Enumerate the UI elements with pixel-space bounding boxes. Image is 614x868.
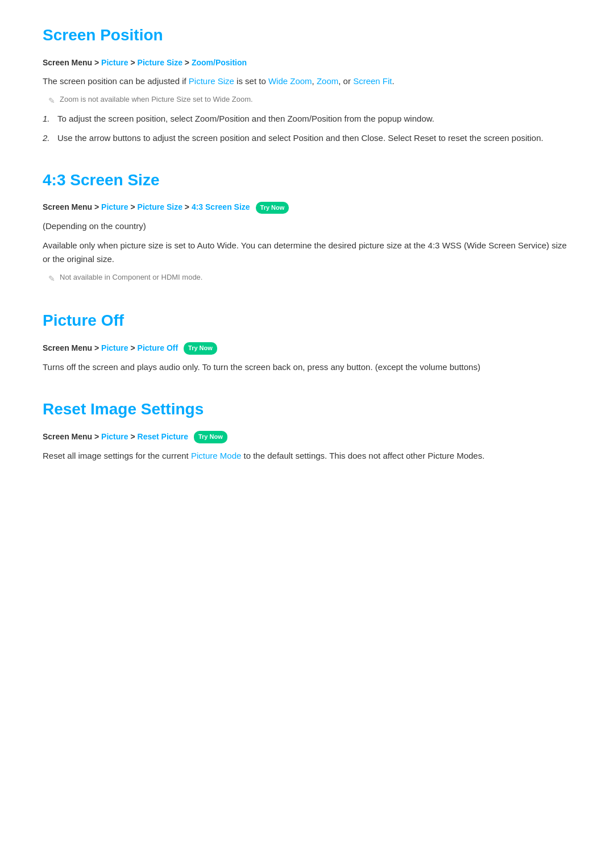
note-text: Not available in Component or HDMI mode. (60, 272, 202, 284)
breadcrumb-link-picture[interactable]: Picture (101, 58, 128, 67)
picture-off-description: Turns off the screen and plays audio onl… (43, 360, 571, 374)
breadcrumb-sep2: > (130, 343, 137, 352)
step-1-text: To adjust the screen position, select Zo… (57, 112, 434, 126)
breadcrumb-link-zoom-position[interactable]: Zoom/Position (192, 58, 247, 67)
breadcrumb-link-picture[interactable]: Picture (101, 202, 128, 211)
breadcrumb-link-picture[interactable]: Picture (101, 343, 128, 352)
desc-link-screen-fit[interactable]: Screen Fit (353, 76, 392, 86)
note-text: Zoom is not available when Picture Size … (60, 94, 253, 106)
step2-link1[interactable]: Position (293, 133, 323, 143)
step-2: 2. Use the arrow buttons to adjust the s… (43, 131, 571, 145)
43-screen-size-breadcrumb: Screen Menu > Picture > Picture Size > 4… (43, 201, 571, 214)
step2-link3[interactable]: Reset (414, 133, 436, 143)
step2-link2[interactable]: Close (362, 133, 383, 143)
screen-position-steps: 1. To adjust the screen position, select… (43, 112, 571, 145)
breadcrumb-link-reset-picture[interactable]: Reset Picture (138, 432, 188, 441)
picture-off-section: Picture Off Screen Menu > Picture > Pict… (43, 308, 571, 374)
breadcrumb-link-picture-size[interactable]: Picture Size (138, 58, 182, 67)
breadcrumb-prefix: Screen Menu (43, 343, 92, 352)
breadcrumb-sep3: > (185, 202, 192, 211)
breadcrumb-link-picture[interactable]: Picture (101, 432, 128, 441)
breadcrumb-sep2: > (130, 202, 137, 211)
screen-position-section: Screen Position Screen Menu > Picture > … (43, 23, 571, 145)
breadcrumb-sep1: > (94, 58, 101, 67)
breadcrumb-prefix: Screen Menu (43, 58, 92, 67)
breadcrumb-link-43-screen-size[interactable]: 4:3 Screen Size (192, 202, 250, 211)
step1-link1[interactable]: Zoom/Position (195, 114, 250, 123)
breadcrumb-prefix: Screen Menu (43, 432, 92, 441)
desc-link-zoom[interactable]: Zoom (317, 76, 338, 86)
breadcrumb-sep1: > (94, 202, 101, 211)
try-now-badge-43[interactable]: Try Now (256, 202, 289, 214)
desc-text4: , or (338, 76, 353, 86)
screen-position-note: ✎ Zoom is not available when Picture Siz… (48, 94, 571, 107)
43-screen-size-section: 4:3 Screen Size Screen Menu > Picture > … (43, 168, 571, 285)
breadcrumb-sep3: > (185, 58, 192, 67)
breadcrumb-link-picture-off[interactable]: Picture Off (138, 343, 179, 352)
reset-image-settings-title: Reset Image Settings (43, 397, 571, 422)
step-1: 1. To adjust the screen position, select… (43, 112, 571, 126)
breadcrumb-prefix: Screen Menu (43, 202, 92, 211)
reset-image-settings-section: Reset Image Settings Screen Menu > Pictu… (43, 397, 571, 463)
breadcrumb-sep2: > (130, 58, 137, 67)
try-now-badge-picture-off[interactable]: Try Now (184, 342, 217, 355)
step-2-text: Use the arrow buttons to adjust the scre… (57, 131, 544, 145)
desc-link-picture-mode[interactable]: Picture Mode (191, 451, 241, 460)
desc-text2: is set to (234, 76, 268, 86)
screen-position-title: Screen Position (43, 23, 571, 48)
picture-off-title: Picture Off (43, 308, 571, 334)
step1-link2[interactable]: Zoom/Position (287, 114, 342, 123)
screen-position-breadcrumb: Screen Menu > Picture > Picture Size > Z… (43, 56, 571, 69)
screen-position-description: The screen position can be adjusted if P… (43, 74, 571, 88)
step-1-num: 1. (43, 112, 52, 126)
43-screen-size-desc2: Available only when picture size is set … (43, 239, 571, 266)
picture-off-breadcrumb: Screen Menu > Picture > Picture Off Try … (43, 342, 571, 355)
try-now-badge-reset[interactable]: Try Now (194, 431, 227, 443)
step-2-num: 2. (43, 131, 52, 145)
43-screen-size-note: ✎ Not available in Component or HDMI mod… (48, 272, 571, 285)
desc-text1: The screen position can be adjusted if (43, 76, 189, 86)
desc-text5: . (392, 76, 394, 86)
pencil-icon: ✎ (48, 94, 55, 107)
desc-link-wide-zoom[interactable]: Wide Zoom (268, 76, 312, 86)
breadcrumb-sep1: > (94, 432, 101, 441)
breadcrumb-sep1: > (94, 343, 101, 352)
desc-text3: , (312, 76, 317, 86)
reset-image-settings-description: Reset all image settings for the current… (43, 449, 571, 463)
pencil-icon: ✎ (48, 272, 55, 285)
desc-link-picture-size[interactable]: Picture Size (189, 76, 234, 86)
breadcrumb-sep2: > (130, 432, 137, 441)
reset-image-settings-breadcrumb: Screen Menu > Picture > Reset Picture Tr… (43, 430, 571, 443)
43-screen-size-desc1: (Depending on the country) (43, 219, 571, 233)
43-screen-size-title: 4:3 Screen Size (43, 168, 571, 193)
breadcrumb-link-picture-size[interactable]: Picture Size (138, 202, 182, 211)
